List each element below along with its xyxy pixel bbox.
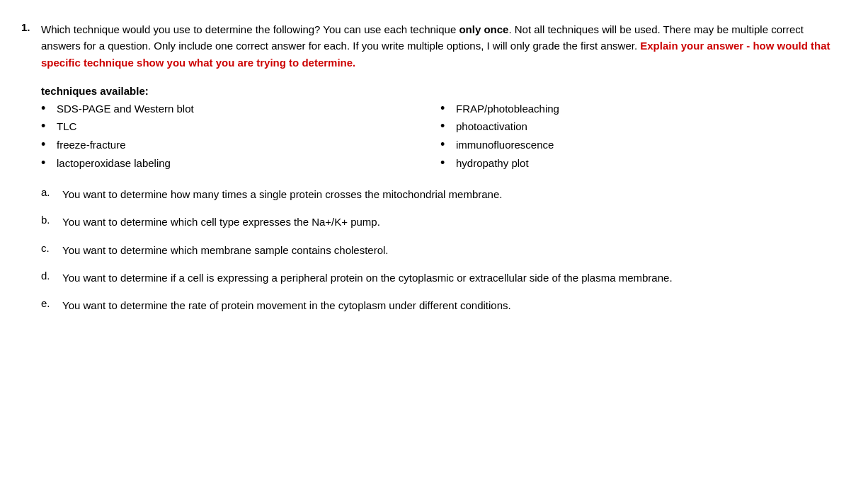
bullet-icon: •: [41, 119, 54, 134]
question-block: 1. Which technique would you use to dete…: [21, 21, 840, 71]
technique-item: lactoperoxidase labeling: [57, 157, 171, 169]
technique-item: TLC: [57, 120, 76, 132]
sub-text: You want to determine if a cell is expre…: [62, 270, 673, 286]
sub-letter: b.: [41, 214, 55, 226]
sub-question: d.You want to determine if a cell is exp…: [41, 270, 840, 286]
technique-item: photoactivation: [456, 120, 527, 132]
list-item: • SDS-PAGE and Western blot: [41, 101, 440, 117]
technique-item: freeze-fracture: [57, 139, 126, 151]
sub-letter: a.: [41, 186, 55, 198]
technique-item: hydropathy plot: [456, 157, 529, 169]
sub-question: c.You want to determine which membrane s…: [41, 242, 840, 258]
techniques-col-1: • SDS-PAGE and Western blot • TLC • free…: [41, 101, 440, 173]
sub-question: b.You want to determine which cell type …: [41, 214, 840, 230]
question-number: 1.: [21, 21, 35, 71]
question-text: Which technique would you use to determi…: [41, 21, 840, 71]
sub-text: You want to determine which cell type ex…: [62, 214, 380, 230]
list-item: • hydropathy plot: [440, 156, 840, 171]
sub-letter: c.: [41, 242, 55, 254]
list-item: • FRAP/photobleaching: [440, 101, 840, 117]
sub-text: You want to determine the rate of protei…: [62, 297, 511, 313]
techniques-col-2: • FRAP/photobleaching • photoactivation …: [440, 101, 840, 173]
list-item: • photoactivation: [440, 119, 840, 134]
techniques-columns: • SDS-PAGE and Western blot • TLC • free…: [41, 101, 840, 173]
bullet-icon: •: [41, 137, 54, 153]
technique-item: FRAP/photobleaching: [456, 103, 559, 115]
sub-letter: e.: [41, 297, 55, 309]
technique-item: immunofluorescence: [456, 139, 554, 151]
only-once-text: only once: [459, 23, 508, 35]
sub-question: a.You want to determine how many times a…: [41, 186, 840, 202]
sub-text: You want to determine which membrane sam…: [62, 242, 389, 258]
intro-text-1: Which technique would you use to determi…: [41, 23, 459, 35]
bullet-icon: •: [440, 156, 453, 171]
techniques-section: techniques available: • SDS-PAGE and Wes…: [41, 85, 840, 173]
bullet-icon: •: [440, 137, 453, 153]
techniques-label: techniques available:: [41, 85, 840, 97]
technique-item: SDS-PAGE and Western blot: [57, 103, 194, 115]
list-item: • TLC: [41, 119, 440, 134]
bullet-icon: •: [41, 156, 54, 171]
sub-question: e.You want to determine the rate of prot…: [41, 297, 840, 313]
list-item: • freeze-fracture: [41, 137, 440, 153]
sub-questions: a.You want to determine how many times a…: [41, 186, 840, 313]
sub-text: You want to determine how many times a s…: [62, 186, 502, 202]
list-item: • immunofluorescence: [440, 137, 840, 153]
bullet-icon: •: [440, 119, 453, 134]
bullet-icon: •: [41, 101, 54, 117]
sub-letter: d.: [41, 270, 55, 282]
list-item: • lactoperoxidase labeling: [41, 156, 440, 171]
bullet-icon: •: [440, 101, 453, 117]
